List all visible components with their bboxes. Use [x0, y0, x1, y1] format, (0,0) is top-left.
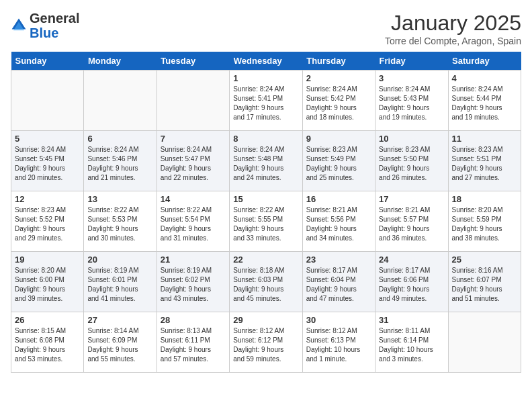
week-row-4: 19Sunrise: 8:20 AM Sunset: 6:00 PM Dayli… [11, 252, 521, 312]
calendar-cell [448, 312, 521, 373]
calendar-cell: 6Sunrise: 8:24 AM Sunset: 5:46 PM Daylig… [84, 131, 157, 191]
day-number: 29 [233, 315, 298, 325]
cell-info: Sunrise: 8:15 AM Sunset: 6:08 PM Dayligh… [15, 326, 80, 364]
calendar-cell: 13Sunrise: 8:22 AM Sunset: 5:53 PM Dayli… [84, 191, 157, 252]
calendar-cell: 25Sunrise: 8:16 AM Sunset: 6:07 PM Dayli… [448, 252, 521, 312]
calendar-cell: 31Sunrise: 8:11 AM Sunset: 6:14 PM Dayli… [375, 312, 448, 373]
calendar-cell: 20Sunrise: 8:19 AM Sunset: 6:01 PM Dayli… [84, 252, 157, 312]
day-number: 18 [452, 194, 517, 204]
day-number: 21 [161, 255, 226, 265]
cell-info: Sunrise: 8:24 AM Sunset: 5:46 PM Dayligh… [87, 145, 152, 183]
logo-icon [11, 17, 27, 34]
weekday-header-tuesday: Tuesday [157, 52, 229, 71]
calendar-cell: 28Sunrise: 8:13 AM Sunset: 6:11 PM Dayli… [157, 312, 229, 373]
day-number: 15 [233, 194, 298, 204]
cell-info: Sunrise: 8:23 AM Sunset: 5:52 PM Dayligh… [15, 205, 80, 243]
calendar-table: SundayMondayTuesdayWednesdayThursdayFrid… [11, 52, 521, 373]
calendar-cell: 10Sunrise: 8:23 AM Sunset: 5:50 PM Dayli… [375, 131, 448, 191]
calendar-cell [157, 71, 229, 131]
cell-info: Sunrise: 8:17 AM Sunset: 6:06 PM Dayligh… [379, 266, 444, 304]
cell-info: Sunrise: 8:24 AM Sunset: 5:45 PM Dayligh… [15, 145, 80, 183]
week-row-1: 1Sunrise: 8:24 AM Sunset: 5:41 PM Daylig… [11, 71, 521, 131]
calendar-cell: 3Sunrise: 8:24 AM Sunset: 5:43 PM Daylig… [375, 71, 448, 131]
cell-info: Sunrise: 8:23 AM Sunset: 5:51 PM Dayligh… [452, 145, 517, 183]
calendar-cell: 30Sunrise: 8:12 AM Sunset: 6:13 PM Dayli… [302, 312, 375, 373]
cell-info: Sunrise: 8:12 AM Sunset: 6:13 PM Dayligh… [306, 326, 371, 364]
logo-blue: Blue [30, 26, 58, 40]
day-number: 2 [306, 73, 371, 83]
cell-info: Sunrise: 8:19 AM Sunset: 6:01 PM Dayligh… [87, 266, 152, 304]
cell-info: Sunrise: 8:14 AM Sunset: 6:09 PM Dayligh… [87, 326, 152, 364]
week-row-5: 26Sunrise: 8:15 AM Sunset: 6:08 PM Dayli… [11, 312, 521, 373]
logo-general: General [30, 11, 79, 26]
cell-info: Sunrise: 8:24 AM Sunset: 5:44 PM Dayligh… [452, 85, 517, 122]
calendar-cell: 16Sunrise: 8:21 AM Sunset: 5:56 PM Dayli… [302, 191, 375, 252]
calendar-cell: 18Sunrise: 8:20 AM Sunset: 5:59 PM Dayli… [448, 191, 521, 252]
weekday-header-row: SundayMondayTuesdayWednesdayThursdayFrid… [11, 52, 521, 71]
day-number: 5 [15, 134, 80, 144]
calendar-cell: 4Sunrise: 8:24 AM Sunset: 5:44 PM Daylig… [448, 71, 521, 131]
cell-info: Sunrise: 8:17 AM Sunset: 6:04 PM Dayligh… [306, 266, 371, 304]
day-number: 1 [233, 73, 298, 83]
day-number: 4 [452, 73, 517, 83]
cell-info: Sunrise: 8:21 AM Sunset: 5:56 PM Dayligh… [306, 205, 371, 243]
day-number: 26 [15, 315, 80, 325]
weekday-header-saturday: Saturday [448, 52, 521, 71]
day-number: 16 [306, 194, 371, 204]
weekday-header-friday: Friday [375, 52, 448, 71]
cell-info: Sunrise: 8:23 AM Sunset: 5:49 PM Dayligh… [306, 145, 371, 183]
day-number: 3 [379, 73, 444, 83]
day-number: 31 [379, 315, 444, 325]
day-number: 13 [87, 194, 152, 204]
day-number: 20 [87, 255, 152, 265]
calendar-cell: 17Sunrise: 8:21 AM Sunset: 5:57 PM Dayli… [375, 191, 448, 252]
weekday-header-monday: Monday [84, 52, 157, 71]
cell-info: Sunrise: 8:24 AM Sunset: 5:41 PM Dayligh… [233, 85, 298, 122]
calendar-cell [11, 71, 84, 131]
cell-info: Sunrise: 8:20 AM Sunset: 6:00 PM Dayligh… [15, 266, 80, 304]
calendar-cell: 2Sunrise: 8:24 AM Sunset: 5:42 PM Daylig… [302, 71, 375, 131]
cell-info: Sunrise: 8:24 AM Sunset: 5:43 PM Dayligh… [379, 85, 444, 122]
day-number: 19 [15, 255, 80, 265]
cell-info: Sunrise: 8:11 AM Sunset: 6:14 PM Dayligh… [379, 326, 444, 364]
cell-info: Sunrise: 8:21 AM Sunset: 5:57 PM Dayligh… [379, 205, 444, 243]
day-number: 30 [306, 315, 371, 325]
day-number: 8 [233, 134, 298, 144]
calendar-cell: 12Sunrise: 8:23 AM Sunset: 5:52 PM Dayli… [11, 191, 84, 252]
cell-info: Sunrise: 8:24 AM Sunset: 5:48 PM Dayligh… [233, 145, 298, 183]
calendar-cell: 21Sunrise: 8:19 AM Sunset: 6:02 PM Dayli… [157, 252, 229, 312]
calendar-cell: 14Sunrise: 8:22 AM Sunset: 5:54 PM Dayli… [157, 191, 229, 252]
logo-text: General Blue [30, 11, 79, 40]
day-number: 12 [15, 194, 80, 204]
cell-info: Sunrise: 8:16 AM Sunset: 6:07 PM Dayligh… [452, 266, 517, 304]
cell-info: Sunrise: 8:24 AM Sunset: 5:47 PM Dayligh… [161, 145, 226, 183]
day-number: 11 [452, 134, 517, 144]
day-number: 28 [161, 315, 226, 325]
cell-info: Sunrise: 8:22 AM Sunset: 5:54 PM Dayligh… [161, 205, 226, 243]
calendar-cell: 5Sunrise: 8:24 AM Sunset: 5:45 PM Daylig… [11, 131, 84, 191]
calendar-cell: 15Sunrise: 8:22 AM Sunset: 5:55 PM Dayli… [230, 191, 302, 252]
calendar-cell: 7Sunrise: 8:24 AM Sunset: 5:47 PM Daylig… [157, 131, 229, 191]
calendar-cell: 23Sunrise: 8:17 AM Sunset: 6:04 PM Dayli… [302, 252, 375, 312]
calendar-cell: 29Sunrise: 8:12 AM Sunset: 6:12 PM Dayli… [230, 312, 302, 373]
cell-info: Sunrise: 8:19 AM Sunset: 6:02 PM Dayligh… [161, 266, 226, 304]
day-number: 17 [379, 194, 444, 204]
cell-info: Sunrise: 8:24 AM Sunset: 5:42 PM Dayligh… [306, 85, 371, 122]
calendar-cell: 24Sunrise: 8:17 AM Sunset: 6:06 PM Dayli… [375, 252, 448, 312]
week-row-2: 5Sunrise: 8:24 AM Sunset: 5:45 PM Daylig… [11, 131, 521, 191]
day-number: 14 [161, 194, 226, 204]
calendar-cell: 22Sunrise: 8:18 AM Sunset: 6:03 PM Dayli… [230, 252, 302, 312]
day-number: 10 [379, 134, 444, 144]
day-number: 25 [452, 255, 517, 265]
cell-info: Sunrise: 8:22 AM Sunset: 5:55 PM Dayligh… [233, 205, 298, 243]
logo: General Blue [11, 11, 79, 40]
calendar-cell: 27Sunrise: 8:14 AM Sunset: 6:09 PM Dayli… [84, 312, 157, 373]
day-number: 9 [306, 134, 371, 144]
day-number: 27 [87, 315, 152, 325]
title-block: January 2025 Torre del Compte, Aragon, S… [385, 11, 521, 46]
cell-info: Sunrise: 8:18 AM Sunset: 6:03 PM Dayligh… [233, 266, 298, 304]
cell-info: Sunrise: 8:23 AM Sunset: 5:50 PM Dayligh… [379, 145, 444, 183]
calendar-cell: 9Sunrise: 8:23 AM Sunset: 5:49 PM Daylig… [302, 131, 375, 191]
page-header: General Blue January 2025 Torre del Comp… [11, 11, 521, 46]
calendar-cell: 1Sunrise: 8:24 AM Sunset: 5:41 PM Daylig… [230, 71, 302, 131]
